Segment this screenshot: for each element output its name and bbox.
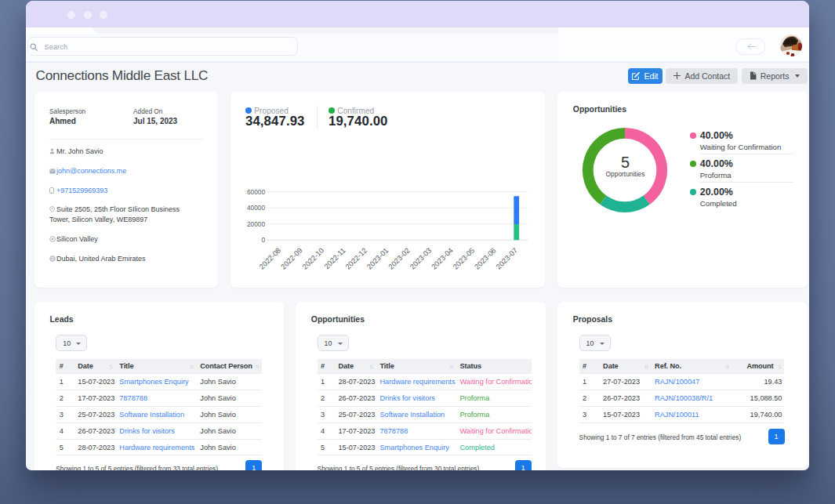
table-row: 515-07-2023Smartphones EnquiryCompleted xyxy=(318,439,532,455)
pagination-button[interactable]: 1 xyxy=(768,429,785,444)
contact-detail-text[interactable]: john@connections.me xyxy=(56,167,126,175)
table-row: 128-07-2023Hardware requirementsWaiting … xyxy=(318,374,532,390)
browser-tab-edge xyxy=(92,27,97,34)
svg-text:2023-05: 2023-05 xyxy=(452,246,476,270)
table-cell: 3 xyxy=(579,406,600,422)
page-size-select[interactable]: 10 xyxy=(579,335,611,351)
page-size-value: 10 xyxy=(325,339,332,347)
column-header[interactable]: Contact Person↑↓ xyxy=(197,359,263,374)
traffic-light-icon[interactable] xyxy=(84,11,92,19)
page-size-value: 10 xyxy=(63,339,71,347)
browser-tabstrip xyxy=(26,27,809,34)
topbar-right-panel xyxy=(558,34,809,61)
table-cell[interactable]: 7878788 xyxy=(376,422,456,439)
table-cell: 2 xyxy=(579,390,600,406)
table-cell: 19,740.00 xyxy=(732,406,785,422)
edit-button[interactable]: Edit xyxy=(628,68,663,84)
back-button[interactable] xyxy=(735,38,765,55)
table-cell[interactable]: Drinks for visitors xyxy=(116,422,197,439)
table-cell[interactable]: Smartphones Enquiry xyxy=(116,374,197,390)
table-cell[interactable]: RAJN/100011 xyxy=(652,406,732,422)
column-header[interactable]: Date↑↓ xyxy=(335,359,376,374)
add-contact-button[interactable]: Add Contact xyxy=(666,68,738,84)
legend-entry: 40.00%Waiting for Confirmation xyxy=(700,130,796,151)
contact-detail-text: Dubai, United Arab Emirates xyxy=(56,255,146,263)
contact-detail-text: Silicon Valley xyxy=(56,235,98,243)
proposed-value: 34,847.93 xyxy=(245,114,305,129)
divider xyxy=(317,106,318,129)
table-row: 528-07-2023Hardware requirementsJohn Sav… xyxy=(56,439,262,455)
traffic-light-icon[interactable] xyxy=(100,11,107,19)
table-cell[interactable]: Software Installation xyxy=(376,406,456,422)
contact-summary-card: Salesperson Ahmed Added On Jul 15, 2023 … xyxy=(34,92,218,288)
reports-button[interactable]: Reports xyxy=(742,68,808,84)
divider xyxy=(700,154,794,154)
table-cell: 15-07-2023 xyxy=(600,406,652,422)
table-info-text: Showing 1 to 5 of 5 entries (filtered fr… xyxy=(56,465,218,470)
table-cell[interactable]: Hardware requirements xyxy=(116,439,197,455)
column-header[interactable]: Date↑↓ xyxy=(74,359,116,374)
table-cell: John Savio xyxy=(197,374,263,390)
table-cell: 2 xyxy=(56,390,74,406)
table-cell: 15,088.50 xyxy=(732,390,785,406)
table-cell: 17-07-2023 xyxy=(74,390,116,406)
legend-percent: 40.00% xyxy=(700,130,796,141)
column-header[interactable]: # xyxy=(56,359,74,374)
table-cell[interactable]: Drinks for visitors xyxy=(376,390,456,406)
table-cell: 3 xyxy=(56,406,74,422)
column-header[interactable]: Ref. No.↑↓ xyxy=(652,359,732,374)
traffic-light-icon[interactable] xyxy=(67,11,75,19)
svg-text:2023-02: 2023-02 xyxy=(387,246,412,270)
column-header[interactable]: # xyxy=(579,359,600,374)
table-cell: 17-07-2023 xyxy=(335,422,376,439)
column-header[interactable]: # xyxy=(318,359,335,374)
pagination-button[interactable]: 1 xyxy=(515,460,532,470)
search-input[interactable]: Search xyxy=(27,37,298,56)
chevron-down-icon xyxy=(76,343,81,345)
table-cell: Proforma xyxy=(456,406,532,422)
table-cell: John Savio xyxy=(197,422,263,439)
table-row: 325-07-2023Software InstallationProforma xyxy=(318,406,532,422)
table-cell[interactable]: Software Installation xyxy=(116,406,197,422)
edit-icon xyxy=(632,72,640,80)
legend-entry: 20.00%Completed xyxy=(700,187,796,208)
table-cell[interactable]: RAJN/100047 xyxy=(652,374,732,390)
contact-detail-row[interactable]: +971529969393 xyxy=(49,186,187,196)
search-icon xyxy=(30,43,38,51)
added-on-value: Jul 15, 2023 xyxy=(133,117,177,126)
avatar[interactable] xyxy=(780,34,802,56)
sort-icon: ↑↓ xyxy=(449,363,453,370)
contact-detail-text[interactable]: +971529969393 xyxy=(56,187,107,194)
table-cell: 28-07-2023 xyxy=(74,439,116,455)
plus-icon xyxy=(673,72,681,79)
table-card-title: Opportunities xyxy=(311,315,365,325)
sort-icon: ↑↓ xyxy=(644,363,648,370)
table-row: 426-07-2023Drinks for visitorsJohn Savio xyxy=(56,422,262,439)
contact-detail-text: Suite 2505, 25th Floor SIlicon Business … xyxy=(49,205,180,223)
page-size-select[interactable]: 10 xyxy=(56,335,87,351)
page-size-value: 10 xyxy=(586,339,594,347)
table-row: 226-07-2023RAJN/100038/R/115,088.50 xyxy=(579,390,785,406)
table-cell: 25-07-2023 xyxy=(335,406,376,422)
pagination-button[interactable]: 1 xyxy=(245,460,262,470)
legend-percent: 20.00% xyxy=(700,187,796,198)
column-header[interactable]: Status xyxy=(456,359,532,374)
proposed-confirmed-chart-card: Proposed 34,847.93 Confirmed 19,740.00 0… xyxy=(231,92,545,288)
svg-text:2022-12: 2022-12 xyxy=(344,246,368,270)
contact-detail-row[interactable]: john@connections.me xyxy=(49,166,187,176)
table-cell: 4 xyxy=(318,422,335,439)
table-cell: Waiting for Confirmation xyxy=(456,422,532,439)
page-title: Connections Middle East LLC xyxy=(36,67,209,83)
page-size-select[interactable]: 10 xyxy=(318,335,349,351)
table-cell[interactable]: 7878788 xyxy=(116,390,197,406)
column-header[interactable]: Amount↑↓ xyxy=(732,359,785,374)
opportunities-donut-card: Opportunities 5 Opportunities 40.00%Wait… xyxy=(557,92,808,288)
table-cell[interactable]: Smartphones Enquiry xyxy=(376,439,456,455)
sort-icon: ↑↓ xyxy=(190,363,194,370)
table-cell[interactable]: RAJN/100038/R/1 xyxy=(652,390,732,406)
column-header[interactable]: Title↑↓ xyxy=(116,359,197,374)
column-header[interactable]: Date↑↓ xyxy=(600,359,652,374)
table-cell: 27-07-2023 xyxy=(600,374,652,390)
table-cell[interactable]: Hardware requirements xyxy=(376,374,456,390)
column-header[interactable]: Title↑↓ xyxy=(376,359,456,374)
